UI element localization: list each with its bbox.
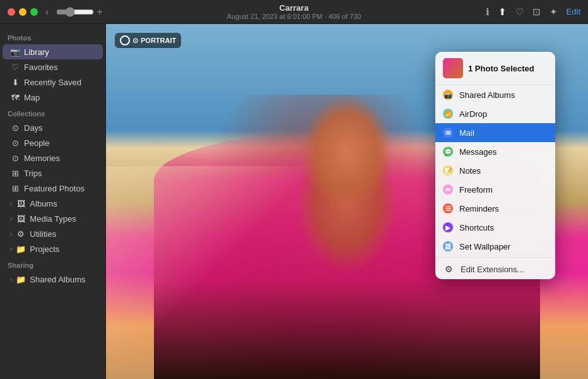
titlebar-center: Carrara August 21, 2023 at 6:01:00 PM · … [227, 3, 362, 20]
sidebar-item-label: Recently Saved [24, 78, 95, 87]
sidebar-item-label: Utilities [30, 229, 95, 239]
memories-icon: ⊙ [10, 153, 20, 163]
sidebar-item-label: Albums [30, 199, 95, 208]
sidebar-item-label: Trips [24, 169, 95, 178]
share-menu-messages[interactable]: 💬 Messages [435, 142, 555, 161]
edit-extensions-icon: ⚙ [443, 263, 454, 275]
collections-section-label: Collections [0, 105, 105, 120]
minimize-button[interactable] [19, 8, 26, 16]
titlebar-right: ℹ ⬆ ♡ ⊡ ✦ Edit [486, 6, 580, 18]
sidebar-item-featured-photos[interactable]: ⊞ Featured Photos [3, 181, 103, 196]
shared-albums-icon: 📁 [16, 274, 26, 284]
map-icon: 🗺 [10, 92, 20, 102]
sidebar-item-favorites[interactable]: ♡ Favorites [3, 59, 103, 75]
share-menu-shortcuts[interactable]: ▶ Shortcuts [435, 218, 555, 237]
sidebar-item-label: Featured Photos [24, 184, 95, 193]
airdrop-label: AirDrop [459, 109, 487, 119]
edit-extensions-item[interactable]: ⚙ Edit Extensions... [435, 259, 555, 279]
traffic-lights [8, 8, 38, 16]
sidebar-item-label: People [24, 138, 95, 148]
days-icon: ⊙ [10, 123, 20, 133]
sidebar-item-trips[interactable]: ⊞ Trips [3, 165, 103, 181]
share-menu-airdrop[interactable]: 📶 AirDrop [435, 104, 555, 123]
favorites-icon: ♡ [10, 62, 20, 72]
favorite-button[interactable]: ♡ [515, 6, 524, 18]
sidebar-item-label: Favorites [24, 63, 95, 72]
titlebar: ‹ + Carrara August 21, 2023 at 6:01:00 P… [0, 0, 588, 24]
wallpaper-label: Set Wallpaper [459, 242, 510, 251]
sidebar-item-shared-albums[interactable]: › 📁 Shared Albums [3, 272, 103, 287]
portrait-label: PORTRAIT [141, 37, 176, 44]
sharing-section-label: Sharing [0, 256, 105, 272]
sidebar-item-memories[interactable]: ⊙ Memories [3, 150, 103, 165]
edit-extensions-label: Edit Extensions... [461, 265, 524, 274]
titlebar-left: ‹ + [8, 5, 103, 19]
zoom-plus-icon: + [97, 6, 102, 18]
trips-icon: ⊞ [10, 168, 20, 178]
info-button[interactable]: ℹ [486, 6, 490, 18]
people-icon: ⊙ [10, 138, 20, 148]
share-menu-freeform[interactable]: ✏ Freeform [435, 180, 555, 199]
crop-button[interactable]: ⊡ [532, 6, 541, 18]
sidebar-item-label: Library [24, 47, 95, 57]
magic-wand-button[interactable]: ✦ [550, 6, 558, 18]
sidebar-item-label: Memories [24, 153, 95, 163]
share-thumbnail [443, 58, 463, 78]
messages-label: Messages [459, 147, 497, 157]
sidebar-item-label: Map [24, 93, 95, 102]
featured-photos-icon: ⊞ [10, 183, 20, 193]
chevron-icon: › [10, 200, 12, 207]
notes-label: Notes [459, 166, 481, 176]
shortcuts-menu-icon: ▶ [443, 222, 453, 232]
share-header-title: 1 Photo Selected [468, 64, 534, 73]
portrait-icon: ⊙ [132, 37, 138, 45]
media-types-icon: 🖼 [16, 214, 26, 224]
sidebar-item-albums[interactable]: › 🖼 Albums [3, 196, 103, 211]
sidebar-item-utilities[interactable]: › ⚙ Utilities [3, 226, 103, 241]
albums-icon: 🖼 [16, 198, 26, 208]
share-menu-notes[interactable]: 📝 Notes [435, 161, 555, 180]
chevron-icon: › [10, 215, 12, 222]
airdrop-menu-icon: 📶 [443, 109, 453, 119]
sidebar-item-library[interactable]: 📷 Library [3, 44, 103, 59]
portrait-badge: ⊙ PORTRAIT [115, 33, 181, 48]
shared-albums-label: Shared Albums [459, 90, 515, 100]
back-button[interactable]: ‹ [43, 5, 51, 19]
zoom-slider-container: + [56, 6, 102, 18]
recently-saved-icon: ⬇ [10, 77, 20, 87]
library-icon: 📷 [10, 47, 20, 57]
projects-icon: 📁 [16, 244, 26, 254]
freeform-menu-icon: ✏ [443, 184, 453, 195]
wallpaper-menu-icon: 🖼 [443, 241, 453, 251]
share-divider [435, 257, 555, 258]
notes-menu-icon: 📝 [443, 165, 453, 176]
close-button[interactable] [8, 8, 15, 16]
sidebar-item-projects[interactable]: › 📁 Projects [3, 241, 103, 256]
sidebar-item-label: Projects [30, 244, 95, 254]
share-menu-mail[interactable]: ✉ Mail [435, 123, 555, 142]
messages-menu-icon: 💬 [443, 147, 453, 157]
sidebar-item-recently-saved[interactable]: ⬇ Recently Saved [3, 75, 103, 90]
share-menu-shared-albums[interactable]: 📷 Shared Albums [435, 85, 555, 104]
sidebar-item-media-types[interactable]: › 🖼 Media Types [3, 211, 103, 226]
maximize-button[interactable] [30, 8, 38, 16]
share-menu-set-wallpaper[interactable]: 🖼 Set Wallpaper [435, 237, 555, 256]
edit-button[interactable]: Edit [567, 7, 580, 16]
sidebar-item-people[interactable]: ⊙ People [3, 135, 103, 150]
shortcuts-label: Shortcuts [459, 223, 494, 232]
zoom-slider[interactable] [56, 7, 94, 17]
mail-label: Mail [459, 128, 474, 138]
window-title: Carrara [279, 3, 309, 13]
photos-section-label: Photos [0, 29, 105, 44]
share-button[interactable]: ⬆ [498, 6, 507, 18]
mail-menu-icon: ✉ [443, 128, 453, 138]
sidebar-item-map[interactable]: 🗺 Map [3, 90, 103, 105]
photo-area: ⊙ PORTRAIT 1 Photo Selected 📷 Shared Alb… [106, 24, 588, 379]
chevron-icon: › [10, 231, 12, 238]
share-menu-reminders[interactable]: ☰ Reminders [435, 199, 555, 218]
share-dropdown: 1 Photo Selected 📷 Shared Albums 📶 AirDr… [435, 52, 555, 279]
sidebar-item-label: Shared Albums [30, 275, 95, 284]
sidebar-item-label: Media Types [30, 214, 95, 224]
sidebar-item-days[interactable]: ⊙ Days [3, 120, 103, 135]
sidebar: Photos 📷 Library ♡ Favorites ⬇ Recently … [0, 24, 106, 379]
